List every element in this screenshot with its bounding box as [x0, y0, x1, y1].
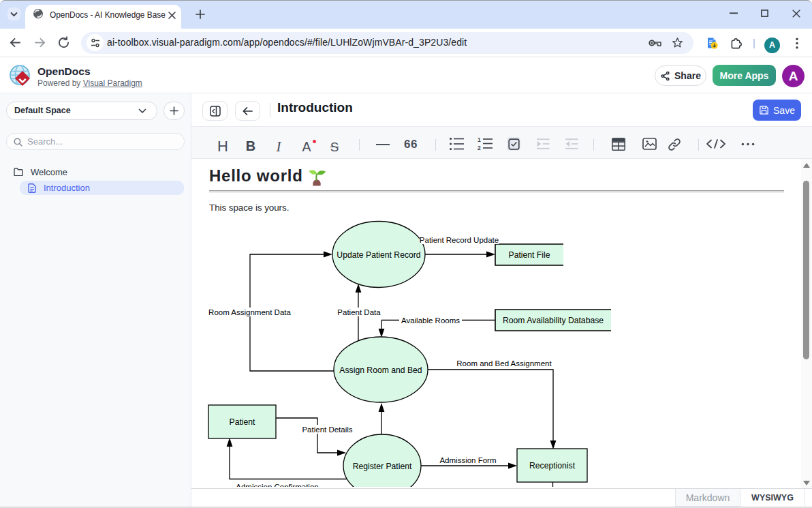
svg-text:Update Patient Record: Update Patient Record — [337, 250, 420, 260]
svg-text:Patient Details: Patient Details — [302, 425, 352, 434]
svg-text:Room Availability Database: Room Availability Database — [503, 316, 604, 325]
svg-text:Admission Confirmation: Admission Confirmation — [236, 483, 318, 488]
svg-text:Assign Room and Bed: Assign Room and Bed — [339, 365, 422, 375]
svg-text:Patient File: Patient File — [509, 250, 550, 260]
svg-text:Patient Record Update: Patient Record Update — [420, 236, 499, 244]
svg-text:Available Rooms: Available Rooms — [401, 316, 460, 325]
svg-text:Receptionist: Receptionist — [529, 461, 576, 470]
svg-text:Admission Form: Admission Form — [439, 456, 496, 464]
svg-text:2: 2 — [478, 145, 481, 151]
svg-text:Room Assignment Data: Room Assignment Data — [208, 308, 291, 316]
svg-text:Register Patient: Register Patient — [353, 462, 412, 471]
svg-text:Patient: Patient — [230, 417, 256, 427]
svg-text:1: 1 — [478, 137, 481, 143]
svg-text:Room and Bed Assignment: Room and Bed Assignment — [456, 359, 552, 368]
svg-text:Patient Data: Patient Data — [337, 308, 381, 316]
